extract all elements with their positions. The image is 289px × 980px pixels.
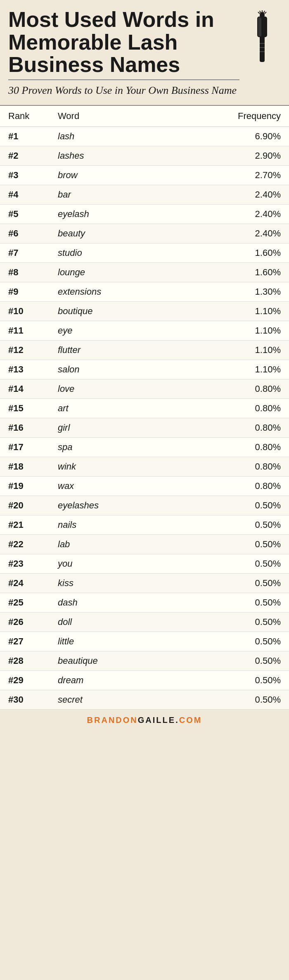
table-row: #24kiss0.50% — [0, 573, 289, 593]
cell-frequency: 1.60% — [170, 243, 289, 262]
cell-rank: #7 — [0, 243, 50, 262]
cell-frequency: 2.40% — [170, 204, 289, 224]
cell-word: wax — [50, 476, 170, 496]
table-row: #5eyelash2.40% — [0, 204, 289, 224]
svg-rect-2 — [258, 17, 261, 36]
svg-point-3 — [260, 12, 265, 19]
cell-frequency: 0.80% — [170, 457, 289, 476]
cell-word: love — [50, 379, 170, 398]
table-row: #13salon1.10% — [0, 360, 289, 379]
cell-word: secret — [50, 690, 170, 709]
table-row: #15art0.80% — [0, 398, 289, 418]
cell-rank: #23 — [0, 554, 50, 573]
cell-rank: #20 — [0, 496, 50, 515]
cell-rank: #12 — [0, 340, 50, 360]
table-row: #4bar2.40% — [0, 185, 289, 204]
cell-rank: #2 — [0, 146, 50, 165]
table-row: #2lashes2.90% — [0, 146, 289, 165]
cell-word: eye — [50, 321, 170, 340]
cell-word: extensions — [50, 282, 170, 301]
cell-frequency: 0.50% — [170, 632, 289, 651]
cell-word: dash — [50, 593, 170, 612]
cell-word: lashes — [50, 146, 170, 165]
cell-word: doll — [50, 612, 170, 632]
table-row: #10boutique1.10% — [0, 301, 289, 321]
svg-line-5 — [260, 11, 261, 13]
cell-frequency: 1.10% — [170, 340, 289, 360]
table-row: #29dream0.50% — [0, 670, 289, 690]
cell-frequency: 0.80% — [170, 418, 289, 437]
svg-line-4 — [258, 12, 260, 14]
cell-frequency: 0.50% — [170, 496, 289, 515]
cell-rank: #10 — [0, 301, 50, 321]
cell-word: brow — [50, 165, 170, 185]
cell-rank: #17 — [0, 437, 50, 457]
cell-rank: #18 — [0, 457, 50, 476]
cell-rank: #6 — [0, 224, 50, 243]
cell-rank: #1 — [0, 126, 50, 146]
header-section: Most Used Words in Memorable Lash Busine… — [0, 0, 289, 105]
title-block: Most Used Words in Memorable Lash Busine… — [8, 8, 239, 101]
brand-com: COM — [179, 715, 202, 725]
cell-frequency: 0.50% — [170, 690, 289, 709]
cell-rank: #27 — [0, 632, 50, 651]
cell-word: eyelashes — [50, 496, 170, 515]
cell-frequency: 0.50% — [170, 593, 289, 612]
cell-word: kiss — [50, 573, 170, 593]
cell-frequency: 6.90% — [170, 126, 289, 146]
table-row: #22lab0.50% — [0, 534, 289, 554]
cell-rank: #24 — [0, 573, 50, 593]
table-row: #18wink0.80% — [0, 457, 289, 476]
table-row: #1lash6.90% — [0, 126, 289, 146]
table-row: #16girl0.80% — [0, 418, 289, 437]
cell-word: studio — [50, 243, 170, 262]
cell-rank: #22 — [0, 534, 50, 554]
cell-frequency: 0.50% — [170, 573, 289, 593]
cell-word: beautique — [50, 651, 170, 670]
cell-word: you — [50, 554, 170, 573]
cell-word: beauty — [50, 224, 170, 243]
cell-word: wink — [50, 457, 170, 476]
table-row: #26doll0.50% — [0, 612, 289, 632]
cell-rank: #30 — [0, 690, 50, 709]
cell-word: bar — [50, 185, 170, 204]
cell-word: dream — [50, 670, 170, 690]
cell-rank: #29 — [0, 670, 50, 690]
cell-rank: #9 — [0, 282, 50, 301]
table-section: Rank Word Frequency #1lash6.90%#2lashes2… — [0, 105, 289, 710]
cell-frequency: 2.70% — [170, 165, 289, 185]
table-row: #28beautique0.50% — [0, 651, 289, 670]
page-container: Most Used Words in Memorable Lash Busine… — [0, 0, 289, 731]
cell-word: spa — [50, 437, 170, 457]
svg-line-7 — [264, 11, 265, 13]
table-row: #8lounge1.60% — [0, 262, 289, 282]
words-table: Rank Word Frequency #1lash6.90%#2lashes2… — [0, 106, 289, 710]
cell-word: little — [50, 632, 170, 651]
table-row: #6beauty2.40% — [0, 224, 289, 243]
cell-frequency: 1.10% — [170, 321, 289, 340]
table-row: #25dash0.50% — [0, 593, 289, 612]
table-row: #19wax0.80% — [0, 476, 289, 496]
cell-word: lounge — [50, 262, 170, 282]
cell-rank: #13 — [0, 360, 50, 379]
cell-word: lash — [50, 126, 170, 146]
cell-rank: #25 — [0, 593, 50, 612]
svg-line-8 — [265, 12, 266, 14]
cell-rank: #3 — [0, 165, 50, 185]
cell-word: salon — [50, 360, 170, 379]
table-row: #17spa0.80% — [0, 437, 289, 457]
cell-rank: #14 — [0, 379, 50, 398]
cell-rank: #4 — [0, 185, 50, 204]
cell-frequency: 0.50% — [170, 515, 289, 534]
cell-word: flutter — [50, 340, 170, 360]
cell-frequency: 0.50% — [170, 554, 289, 573]
cell-rank: #5 — [0, 204, 50, 224]
mascara-illustration — [246, 10, 279, 64]
table-header-row: Rank Word Frequency — [0, 106, 289, 127]
footer: BRANDONGAILLE.COM — [0, 710, 289, 731]
table-row: #23you0.50% — [0, 554, 289, 573]
cell-frequency: 2.40% — [170, 185, 289, 204]
col-frequency: Frequency — [170, 106, 289, 127]
cell-rank: #11 — [0, 321, 50, 340]
cell-frequency: 0.80% — [170, 398, 289, 418]
